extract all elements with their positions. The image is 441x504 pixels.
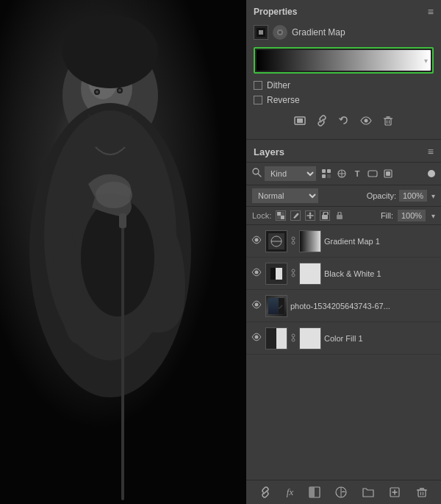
layer-visibility-icon[interactable]	[251, 235, 262, 247]
svg-rect-61	[309, 487, 315, 497]
filter-toggle-circle[interactable]	[428, 170, 435, 177]
svg-point-9	[81, 199, 154, 316]
layer-thumb-colorfill-mask	[299, 327, 321, 349]
svg-rect-36	[281, 212, 284, 216]
gradient-dropdown-arrow[interactable]: ▾	[424, 57, 428, 65]
layers-header: Layers ≡	[246, 140, 441, 163]
adjustment-filter-icon[interactable]	[336, 168, 348, 180]
smart-filter-icon[interactable]	[382, 168, 394, 180]
dither-checkbox[interactable]	[254, 81, 262, 90]
svg-point-23	[364, 119, 368, 123]
svg-point-54	[271, 299, 279, 307]
fill-label: Fill:	[381, 211, 393, 220]
svg-rect-27	[327, 169, 331, 173]
svg-point-59	[292, 338, 295, 341]
svg-rect-22	[297, 118, 303, 123]
delete-properties-icon[interactable]	[382, 115, 394, 129]
svg-point-52	[255, 303, 259, 307]
reverse-label: Reverse	[267, 95, 300, 105]
svg-rect-28	[322, 174, 326, 178]
layer-name: Black & White 1	[324, 269, 437, 278]
svg-point-55	[273, 300, 277, 305]
layer-thumb-mask	[299, 230, 321, 252]
reverse-row[interactable]: Reverse	[246, 93, 441, 107]
link-layers-icon[interactable]	[259, 486, 271, 498]
undo-icon[interactable]	[338, 115, 350, 129]
lock-artboard-icon[interactable]	[320, 210, 330, 221]
layer-name: Color Fill 1	[324, 334, 437, 343]
new-adjustment-icon[interactable]	[335, 486, 347, 498]
new-fill-layer-icon[interactable]	[309, 486, 320, 498]
kind-filter-select[interactable]: Kind Name Effect Mode Attribute Color Sm…	[265, 166, 316, 181]
layer-visibility-icon[interactable]	[251, 299, 262, 312]
gradient-bar[interactable]: ▾	[257, 50, 431, 71]
lock-image-icon[interactable]	[290, 210, 301, 221]
svg-rect-35	[281, 216, 284, 219]
mask-icon[interactable]	[294, 115, 306, 129]
svg-rect-38	[322, 215, 328, 219]
fill-arrow[interactable]: ▾	[431, 212, 435, 220]
layers-list: Gradient Map 1	[246, 225, 441, 480]
svg-rect-39	[337, 215, 343, 219]
properties-panel: Properties ≡ Gradient Map ▾	[246, 0, 441, 140]
layer-item[interactable]: Black & White 1	[246, 258, 441, 290]
svg-rect-31	[368, 171, 377, 177]
visibility-properties-icon[interactable]	[360, 115, 372, 129]
svg-point-45	[255, 271, 259, 274]
fill-value[interactable]: 100%	[398, 210, 426, 221]
filter-search-icon	[252, 168, 262, 180]
svg-rect-34	[277, 212, 281, 216]
layers-menu-icon[interactable]: ≡	[428, 146, 434, 157]
layer-thumb-group	[265, 295, 287, 317]
layer-thumb-colorfill	[265, 327, 287, 349]
layer-item[interactable]: Gradient Map 1	[246, 225, 441, 258]
lock-icons-group	[276, 210, 345, 221]
layer-link-icon	[289, 236, 298, 246]
layer-thumb-group	[265, 263, 321, 285]
pixel-filter-icon[interactable]	[320, 168, 332, 180]
svg-rect-47	[270, 268, 276, 280]
lock-all-icon[interactable]	[334, 210, 345, 221]
dither-row[interactable]: Dither	[246, 78, 441, 93]
layer-thumb-group	[265, 230, 321, 252]
opacity-value[interactable]: 100%	[399, 190, 427, 202]
layer-link-icon	[289, 269, 298, 279]
svg-rect-24	[385, 118, 391, 125]
link-properties-icon[interactable]	[316, 115, 328, 129]
delete-layer-icon[interactable]	[416, 486, 428, 498]
layer-thumb-photo	[265, 295, 287, 317]
layer-visibility-icon[interactable]	[251, 267, 262, 280]
layer-item[interactable]: photo-1534205643743-67...	[246, 290, 441, 322]
fx-icon[interactable]: fx	[287, 486, 293, 498]
lock-transparency-icon[interactable]	[276, 210, 286, 221]
svg-point-58	[292, 334, 295, 337]
svg-point-50	[292, 269, 295, 272]
photo-area	[0, 0, 246, 504]
svg-rect-29	[327, 174, 331, 178]
layer-item[interactable]: Color Fill 1	[246, 322, 441, 355]
properties-menu-icon[interactable]: ≡	[428, 6, 434, 18]
svg-rect-56	[271, 306, 279, 313]
svg-rect-64	[418, 490, 426, 497]
layer-thumb-bw-mask	[299, 263, 321, 285]
svg-point-10	[96, 182, 132, 208]
svg-rect-48	[276, 268, 282, 280]
gradient-map-circle-icon	[273, 25, 287, 40]
text-filter-icon[interactable]: T	[351, 168, 363, 180]
svg-point-20	[279, 31, 282, 34]
svg-point-14	[96, 90, 98, 93]
layer-visibility-icon[interactable]	[251, 332, 262, 344]
blend-mode-select[interactable]: Normal Dissolve Darken Multiply Color Bu…	[252, 188, 318, 203]
layer-link-icon	[289, 333, 298, 344]
layers-bottom-toolbar: fx	[246, 480, 441, 504]
new-layer-icon[interactable]	[389, 486, 401, 498]
layers-filter-row: Kind Name Effect Mode Attribute Color Sm…	[246, 163, 441, 185]
new-group-icon[interactable]	[362, 486, 374, 498]
svg-point-5	[62, 15, 158, 88]
opacity-arrow[interactable]: ▾	[431, 192, 435, 200]
lock-position-icon[interactable]	[305, 210, 315, 221]
reverse-checkbox[interactable]	[254, 96, 262, 104]
gradient-bar-wrapper[interactable]: ▾	[254, 47, 434, 74]
filter-icons-group: T	[320, 168, 394, 180]
shape-filter-icon[interactable]	[367, 168, 379, 180]
